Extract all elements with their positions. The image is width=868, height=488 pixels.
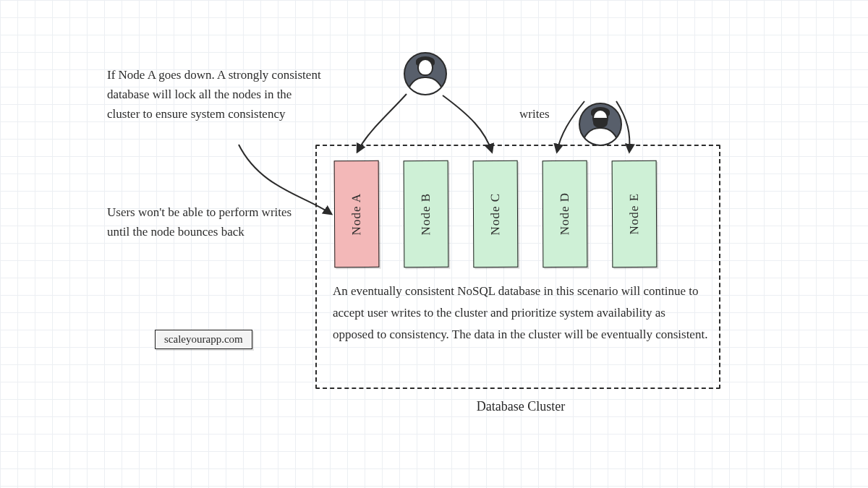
database-cluster-box: Node A Node B Node C Node D Node E An ev… xyxy=(315,145,720,389)
annotation-users-blocked: Users won't be able to perform writes un… xyxy=(107,202,310,241)
node-label: Node A xyxy=(349,193,364,236)
node-label: Node E xyxy=(627,193,642,235)
arrow-user1-to-node-a xyxy=(357,94,407,152)
node-e: Node E xyxy=(612,160,658,267)
node-d: Node D xyxy=(542,160,588,267)
cluster-label: Database Cluster xyxy=(448,399,593,414)
arrow-user1-to-node-c xyxy=(443,95,492,152)
node-b: Node B xyxy=(404,160,449,267)
node-label: Node B xyxy=(419,193,433,236)
node-c: Node C xyxy=(473,160,519,267)
node-label: Node C xyxy=(488,193,503,236)
node-label: Node D xyxy=(558,192,572,235)
cluster-explanation: An eventually consistent NoSQL database … xyxy=(333,281,709,345)
annotation-strong-consistency: If Node A goes down. A strongly consiste… xyxy=(107,65,324,124)
user-avatar-2 xyxy=(579,103,622,146)
user-avatar-1 xyxy=(404,52,447,95)
writes-label: writes xyxy=(519,107,550,121)
cluster-nodes-row: Node A Node B Node C Node D Node E xyxy=(334,160,657,267)
attribution-badge: scaleyourapp.com xyxy=(155,330,252,349)
node-a: Node A xyxy=(334,160,380,267)
